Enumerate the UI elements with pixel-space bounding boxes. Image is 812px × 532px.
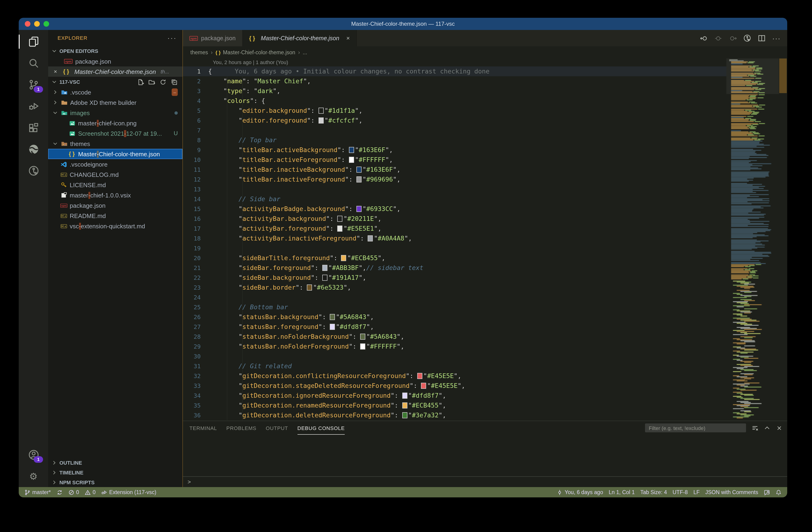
sidebar-section-timeline[interactable]: TIMELINE: [48, 468, 183, 477]
code-line[interactable]: 31 // Git related: [183, 361, 726, 371]
tree-item[interactable]: Screenshot 2021-12-07 at 19...U: [48, 128, 183, 139]
color-swatch[interactable]: [360, 334, 365, 340]
color-swatch[interactable]: [307, 285, 312, 290]
code-line[interactable]: 25 // Bottom bar: [183, 302, 726, 312]
color-swatch[interactable]: [349, 147, 354, 153]
color-swatch[interactable]: [337, 216, 343, 222]
tree-item[interactable]: themes: [48, 139, 183, 149]
clear-console-icon[interactable]: [752, 425, 758, 431]
code-line[interactable]: 32 "gitDecoration.conflictingResourceFor…: [183, 371, 726, 381]
code-area[interactable]: You, 2 hours ago | 1 author (You) 1{ You…: [183, 58, 726, 421]
code-line[interactable]: 7: [183, 125, 726, 135]
status-item-debug[interactable]: Extension (117-vsc): [101, 489, 157, 495]
settings-icon[interactable]: ⚙: [19, 465, 48, 487]
color-swatch[interactable]: [421, 383, 426, 389]
maximize-panel-icon[interactable]: [764, 425, 770, 431]
extensions-icon[interactable]: [19, 117, 48, 139]
code-line[interactable]: 2 "name": "Master Chief",: [183, 76, 726, 86]
nav-back-icon[interactable]: [700, 34, 708, 42]
nav-prev-change-icon[interactable]: [714, 34, 722, 42]
code-line[interactable]: 21 "sideBar.foreground": "#ABB3BF",// si…: [183, 263, 726, 273]
search-icon[interactable]: [19, 53, 48, 74]
color-swatch[interactable]: [402, 392, 407, 399]
status-item-error[interactable]: 0: [68, 489, 79, 495]
code-line[interactable]: 18 "activityBar.inactiveForeground": "#A…: [183, 233, 726, 243]
breadcrumb-item[interactable]: themes: [190, 49, 208, 55]
status-item-warning[interactable]: 0: [85, 489, 96, 495]
code-line[interactable]: 20 "sideBarTitle.foreground": "#ECB455",: [183, 253, 726, 263]
color-swatch[interactable]: [349, 157, 354, 163]
open-editors-header[interactable]: OPEN EDITORS: [48, 46, 183, 56]
code-line[interactable]: 26 "statusBar.background": "#5A6843",: [183, 312, 726, 322]
code-line[interactable]: 4 "colors": {: [183, 96, 726, 106]
code-line[interactable]: 28 "statusBar.noFolderBackground": "#5A6…: [183, 332, 726, 342]
code-line[interactable]: 11 "titleBar.inactiveBackground": "#163E…: [183, 165, 726, 174]
status-item-sync[interactable]: [56, 489, 62, 495]
editor-tab[interactable]: { }Master-Chief-color-theme.json×: [243, 30, 357, 46]
tree-item[interactable]: LICENSE.md: [48, 180, 183, 190]
panel-tab-debug-console[interactable]: DEBUG CONSOLE: [298, 421, 345, 435]
color-swatch[interactable]: [322, 275, 328, 281]
editor-tab[interactable]: npmpackage.json: [183, 30, 243, 46]
tree-item[interactable]: master-chief-1.0.0.vsix: [48, 190, 183, 200]
code-line[interactable]: 15 "activityBarBadge.background": "#6933…: [183, 204, 726, 214]
status-item-commit[interactable]: You, 6 days ago: [557, 489, 603, 495]
color-swatch[interactable]: [357, 176, 362, 183]
sidebar-section-outline[interactable]: OUTLINE: [48, 458, 183, 468]
color-swatch[interactable]: [360, 343, 365, 349]
color-swatch[interactable]: [318, 107, 323, 114]
close-icon[interactable]: ×: [54, 68, 60, 75]
code-line[interactable]: 12 "titleBar.inactiveForeground": "#9696…: [183, 174, 726, 184]
close-panel-icon[interactable]: [776, 425, 783, 431]
code-line[interactable]: 17 "activityBar.foreground": "#E5E5E1",: [183, 224, 726, 233]
close-icon[interactable]: ×: [346, 34, 350, 42]
color-swatch[interactable]: [322, 265, 328, 271]
code-line[interactable]: 16 "activityBar.background": "#20211E",: [183, 214, 726, 224]
status-item[interactable]: LF: [693, 489, 700, 495]
sidebar-section-npm-scripts[interactable]: NPM SCRIPTS: [48, 477, 183, 487]
explorer-icon[interactable]: [19, 31, 48, 53]
status-item[interactable]: UTF-8: [672, 489, 688, 495]
color-swatch[interactable]: [402, 412, 407, 418]
code-line[interactable]: 14 // Side bar: [183, 194, 726, 204]
color-swatch[interactable]: [368, 235, 373, 242]
tree-item[interactable]: vsc-extension-quickstart.md: [48, 221, 183, 231]
panel-tab-terminal[interactable]: TERMINAL: [189, 421, 217, 435]
tree-item[interactable]: .vscode–: [48, 87, 183, 97]
zoom-window-button[interactable]: [43, 21, 49, 27]
more-icon[interactable]: ···: [772, 34, 781, 42]
color-swatch[interactable]: [357, 167, 362, 173]
color-swatch[interactable]: [318, 117, 323, 124]
collapse-all-icon[interactable]: [171, 78, 178, 85]
new-folder-icon[interactable]: [148, 78, 155, 85]
explorer-more-icon[interactable]: ···: [168, 34, 177, 42]
debug-console-input[interactable]: >: [183, 476, 787, 487]
minimap[interactable]: [726, 58, 779, 421]
code-line[interactable]: 27 "statusBar.foreground": "#dfd8f7",: [183, 322, 726, 332]
swirl-icon[interactable]: [19, 139, 48, 160]
code-line[interactable]: 34 "gitDecoration.ignoredResourceForegro…: [183, 391, 726, 401]
tree-item[interactable]: { }Master-Chief-color-theme.json: [48, 149, 183, 159]
color-swatch[interactable]: [330, 324, 335, 330]
code-line[interactable]: 30: [183, 351, 726, 361]
panel-tab-problems[interactable]: PROBLEMS: [227, 421, 257, 435]
code-line[interactable]: 6 "editor.foreground": "#cfcfcf",: [183, 116, 726, 125]
code-line[interactable]: 13: [183, 184, 726, 194]
tree-item[interactable]: README.md: [48, 211, 183, 221]
gitlens-icon[interactable]: [19, 160, 48, 182]
new-file-icon[interactable]: [137, 78, 144, 85]
code-line[interactable]: 24: [183, 292, 726, 302]
tree-item[interactable]: npmpackage.json: [48, 200, 183, 211]
editor-scrollbar[interactable]: [779, 58, 787, 421]
tree-item[interactable]: CHANGELOG.md: [48, 169, 183, 180]
code-line[interactable]: 23 "sideBar.border": "#6e5323",: [183, 283, 726, 292]
code-line[interactable]: 33 "gitDecoration.stageDeletedResourceFo…: [183, 381, 726, 391]
refresh-icon[interactable]: [159, 78, 166, 85]
tree-item[interactable]: Adobe XD theme builder: [48, 97, 183, 107]
status-item[interactable]: JSON with Comments: [705, 489, 758, 495]
scrollbar-slider[interactable]: [779, 58, 787, 93]
code-line[interactable]: 10 "titleBar.activeForeground": "#FFFFFF…: [183, 155, 726, 165]
color-swatch[interactable]: [417, 373, 422, 379]
code-line[interactable]: 19: [183, 243, 726, 253]
status-item[interactable]: Tab Size: 4: [640, 489, 667, 495]
